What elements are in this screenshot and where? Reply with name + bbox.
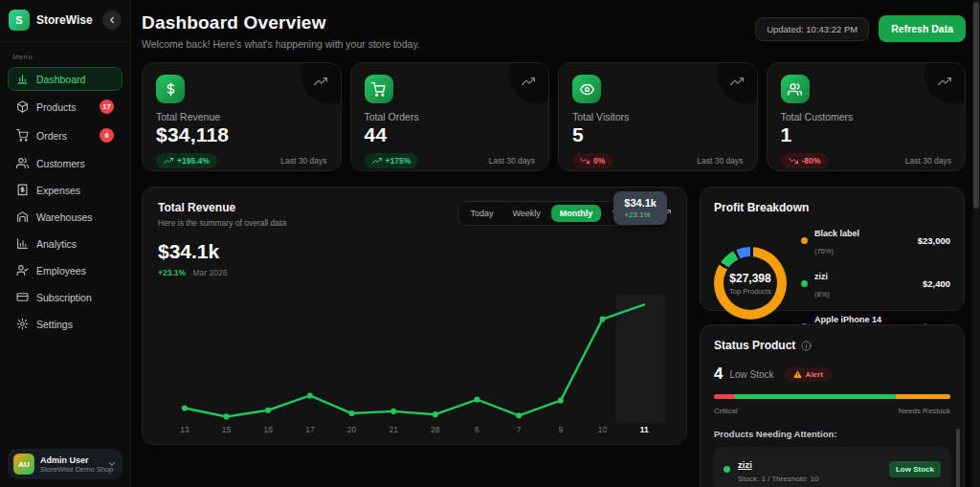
stat-card-customers: Total Customers 1 -80% Last 30 days (767, 62, 967, 171)
legend-value: $2,400 (917, 278, 950, 289)
revenue-chart-title: Total Revenue (158, 201, 286, 214)
right-column: Profit Breakdown $27,398 Top Products (700, 187, 965, 487)
alert-badge: Alert (785, 367, 832, 382)
donut-center: $27,398 Top Products (724, 256, 777, 310)
sidebar-item-label: Subscription (36, 292, 92, 303)
stat-value: 1 (781, 123, 952, 146)
sidebar-collapse-button[interactable] (102, 11, 122, 30)
chevron-left-icon (107, 15, 117, 25)
svg-text:21: 21 (389, 425, 398, 434)
legend-name: Apple iPhone 14 (814, 315, 881, 324)
products-count-badge: 17 (100, 100, 114, 114)
sidebar-item-subscription[interactable]: Subscription (8, 285, 122, 309)
revenue-line-chart[interactable]: 131516172021286791011 (156, 289, 677, 438)
stat-period: Last 30 days (697, 156, 743, 166)
legend-item: zizi(8%) $2,400 (801, 266, 950, 300)
page-subtitle: Welcome back! Here's what's happening wi… (142, 38, 420, 50)
analytics-chart-icon (16, 237, 29, 250)
list-scrollbar-thumb[interactable] (956, 429, 960, 487)
revenue-change: +23.1% (158, 268, 186, 277)
profit-breakdown-card: Profit Breakdown $27,398 Top Products (700, 187, 965, 311)
sidebar-nav: Dashboard Products 17 Orders 6 Customers… (0, 67, 130, 441)
revenue-chart-card: Total Revenue Here is the summary of ove… (142, 187, 687, 445)
revenue-header-text: Total Revenue Here is the summary of ove… (158, 201, 286, 228)
sidebar-item-label: Settings (36, 319, 73, 330)
bar-label-critical: Critical (714, 407, 737, 415)
sidebar-item-warehouses[interactable]: Warehouses (8, 205, 122, 229)
stat-label: Total Customers (781, 111, 952, 122)
package-icon (16, 100, 29, 113)
storewise-logo: S (9, 10, 30, 31)
product-name-link[interactable]: zizi (738, 459, 752, 470)
page-scrollbar-thumb[interactable] (973, 2, 979, 209)
sidebar-item-label: Expenses (36, 185, 80, 196)
stat-period: Last 30 days (905, 156, 951, 166)
shopping-cart-icon (16, 129, 29, 142)
tab-weekly[interactable]: Weekly (503, 205, 548, 222)
sidebar-item-analytics[interactable]: Analytics (8, 232, 122, 255)
sidebar-item-employees[interactable]: Employees (8, 258, 122, 282)
refresh-data-button[interactable]: Refresh Data (879, 15, 966, 42)
stat-card-orders: Total Orders 44 +175% Last 30 days (350, 62, 550, 171)
gear-icon (16, 318, 29, 330)
trending-down-icon (580, 156, 590, 166)
change-value: +195.4% (177, 156, 210, 166)
main-content: Dashboard Overview Welcome back! Here's … (131, 0, 980, 487)
info-icon (801, 341, 812, 351)
sidebar-item-products[interactable]: Products 17 (8, 94, 122, 120)
user-meta: Admin User StoreWise Demo Shop (40, 455, 101, 474)
user-name: Admin User (40, 455, 101, 465)
legend-name: Black label (814, 229, 859, 238)
svg-text:10: 10 (598, 425, 608, 434)
legend-percent: (8%) (814, 290, 830, 299)
svg-text:13: 13 (180, 425, 189, 434)
tab-today[interactable]: Today (461, 205, 501, 222)
trending-up-icon (522, 75, 535, 88)
avatar: AU (13, 454, 34, 475)
legend-dot (801, 237, 808, 244)
orders-count-badge: 6 (100, 128, 114, 143)
sidebar-item-customers[interactable]: Customers (8, 151, 122, 175)
legend-name: zizi (814, 272, 828, 281)
stock-level-bar (714, 394, 950, 399)
legend-percent: (76%) (814, 247, 834, 255)
sidebar-item-label: Products (36, 101, 76, 113)
change-badge: -80% (781, 153, 829, 168)
sidebar-item-label: Warehouses (36, 211, 93, 223)
low-stock-label: Low Stock (729, 369, 773, 380)
stat-card-visitors: Total Visitors 5 0% Last 30 days (558, 62, 758, 171)
attention-product-row[interactable]: zizi Stock: 1 / Threshold: 10 Low Stock (714, 447, 950, 487)
users-icon (16, 157, 29, 169)
svg-text:11: 11 (640, 425, 649, 434)
stat-value: $34,118 (156, 123, 327, 146)
updated-timestamp: Updated: 10:43:22 PM (755, 17, 869, 41)
change-badge: 0% (572, 153, 612, 168)
tab-monthly[interactable]: Monthly (551, 205, 602, 222)
status-title: Status Product (714, 339, 795, 352)
svg-text:7: 7 (517, 425, 522, 434)
svg-text:16: 16 (263, 425, 273, 434)
eye-icon (572, 75, 601, 103)
trending-up-icon (164, 156, 173, 166)
app-window: S StoreWise Menu Dashboard Products 17 O… (0, 0, 980, 487)
sidebar-item-dashboard[interactable]: Dashboard (8, 67, 122, 91)
svg-text:28: 28 (431, 425, 440, 434)
page-header: Dashboard Overview Welcome back! Here's … (142, 12, 966, 50)
bar-label-restock: Needs Restock (899, 407, 950, 415)
sidebar-item-expenses[interactable]: Expenses (8, 178, 122, 202)
revenue-period: Mar 2026 (192, 268, 227, 277)
revenue-amount: $34.1k (158, 240, 671, 263)
sidebar-item-label: Customers (36, 158, 85, 169)
sidebar-item-settings[interactable]: Settings (8, 312, 122, 336)
trending-up-icon (314, 75, 327, 88)
user-menu[interactable]: AU Admin User StoreWise Demo Shop (8, 449, 122, 479)
trending-up-icon (938, 75, 951, 88)
sidebar-item-orders[interactable]: Orders 6 (8, 122, 122, 148)
stat-label: Total Revenue (156, 111, 327, 122)
legend-value: $23,000 (912, 235, 950, 246)
stat-value: 44 (365, 123, 536, 146)
svg-text:15: 15 (222, 425, 232, 434)
change-value: -80% (802, 156, 821, 166)
change-value: 0% (593, 156, 605, 166)
page-scrollbar[interactable] (972, 0, 980, 487)
